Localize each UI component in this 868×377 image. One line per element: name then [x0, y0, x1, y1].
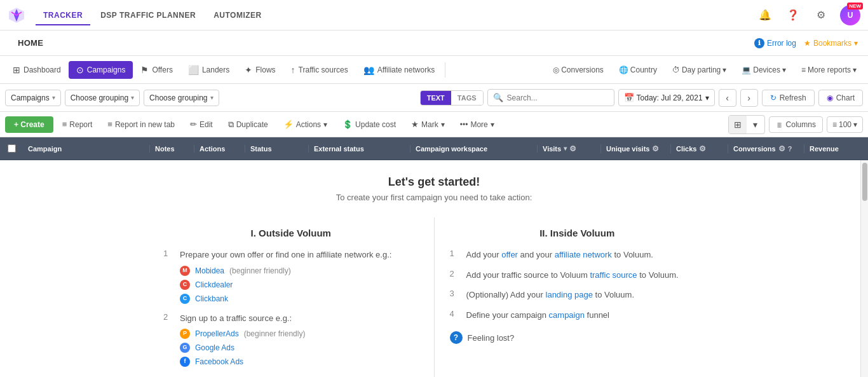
nav-automizer[interactable]: AUTOMIZER — [206, 6, 269, 25]
duplicate-button[interactable]: ⧉ Duplicate — [222, 116, 275, 133]
traffic-source-link[interactable]: traffic source — [590, 270, 637, 280]
th-workspace[interactable]: Campaign workspace — [410, 145, 538, 153]
search-input[interactable] — [507, 93, 609, 102]
sec-nav-flows[interactable]: ✦ Flows — [237, 61, 283, 79]
mark-button[interactable]: ★ Mark ▾ — [405, 116, 451, 132]
update-cost-icon: 💲 — [342, 120, 353, 129]
logo[interactable] — [8, 6, 25, 24]
clickbank-link[interactable]: Clickbank — [195, 293, 228, 305]
edit-button[interactable]: ✏ Edit — [184, 116, 219, 132]
landers-icon: ⬜ — [188, 65, 199, 75]
select-all-checkbox[interactable] — [0, 144, 23, 153]
nav-tracker[interactable]: TRACKER — [36, 6, 90, 25]
update-cost-button[interactable]: 💲 Update cost — [336, 116, 402, 132]
text-button[interactable]: TEXT — [421, 91, 451, 105]
campaigns-select-label: Campaigns — [11, 93, 50, 102]
sec-nav-more-reports[interactable]: ≡ More reports ▾ — [795, 62, 863, 78]
settings-icon[interactable]: ⚙ — [812, 6, 830, 24]
date-chevron-icon: ▾ — [705, 93, 709, 102]
report-icon: ≡ — [62, 120, 67, 129]
chart-button[interactable]: ◉ Chart — [818, 90, 863, 106]
error-log-button[interactable]: ℹ Error log — [754, 38, 796, 48]
facebook-ads-link[interactable]: Facebook Ads — [195, 356, 243, 367]
th-clicks[interactable]: Clicks ⚙ — [671, 144, 728, 153]
more-label: More — [470, 120, 487, 129]
step-2-num: 2 — [163, 312, 173, 368]
sec-nav-affiliate-networks[interactable]: 👥 Affiliate networks — [356, 61, 443, 79]
date-prev-button[interactable]: ‹ — [719, 89, 736, 107]
nav-divider — [445, 62, 445, 78]
columns-button[interactable]: ⫼ Columns — [769, 116, 823, 133]
edit-label: Edit — [200, 120, 213, 129]
grouping2-select[interactable]: Choose grouping ▾ — [65, 90, 140, 106]
th-revenue[interactable]: Revenue — [804, 145, 868, 153]
nav-dsp[interactable]: DSP TRAFFIC PLANNER — [93, 6, 203, 25]
clickdealer-link[interactable]: Clickdealer — [195, 279, 233, 291]
sec-nav-devices[interactable]: 💻 Devices ▾ — [735, 62, 792, 78]
th-unique-label: Unique visits — [606, 145, 649, 153]
home-tab[interactable]: HOME — [10, 33, 51, 53]
th-status[interactable]: Status — [245, 145, 309, 153]
landing-page-link[interactable]: landing page — [546, 290, 593, 299]
avatar-initials: U — [848, 11, 853, 20]
refresh-button[interactable]: ↻ Refresh — [762, 90, 815, 106]
unique-settings-icon[interactable]: ⚙ — [652, 144, 659, 153]
th-actions[interactable]: Actions — [194, 145, 245, 153]
scrollbar[interactable] — [860, 160, 868, 377]
header-checkbox[interactable] — [8, 144, 16, 153]
th-notes[interactable]: Notes — [150, 145, 194, 153]
bookmarks-button[interactable]: ★ Bookmarks ▾ — [804, 39, 858, 48]
country-label: Country — [630, 65, 657, 74]
grouping3-label: Choose grouping — [149, 93, 207, 102]
sec-nav-traffic-sources[interactable]: ↑ Traffic sources — [283, 61, 356, 79]
campaigns-select[interactable]: Campaigns ▾ — [5, 90, 61, 106]
actions-icon: ⚡ — [283, 120, 294, 129]
notifications-icon[interactable]: 🔔 — [756, 6, 774, 24]
th-unique-visits[interactable]: Unique visits ⚙ — [601, 144, 671, 153]
th-visits[interactable]: Visits ▾ ⚙ — [538, 144, 601, 153]
conversions-settings-icon[interactable]: ⚙ — [778, 144, 785, 153]
grouping3-select[interactable]: Choose grouping ▾ — [144, 90, 219, 106]
th-campaign[interactable]: Campaign — [23, 145, 150, 153]
tags-button[interactable]: TAGS — [451, 91, 483, 105]
propeller-icon: P — [180, 329, 190, 339]
propeller-link[interactable]: PropellerAds — [195, 328, 239, 339]
search-box: 🔍 — [487, 89, 614, 106]
visits-settings-icon[interactable]: ⚙ — [569, 144, 576, 153]
affiliate-network-link[interactable]: affiliate network — [555, 250, 612, 259]
rows-select[interactable]: ≡ 100 ▾ — [827, 116, 863, 133]
sec-nav-day-parting[interactable]: ⏱ Day parting ▾ — [666, 62, 733, 78]
th-ext-status[interactable]: External status — [309, 145, 410, 153]
mobidea-link[interactable]: Mobidea — [195, 265, 224, 277]
google-ads-link[interactable]: Google Ads — [195, 342, 234, 353]
report-new-tab-button[interactable]: ≡ Report in new tab — [101, 116, 181, 132]
th-conversions-label: Conversions — [733, 145, 776, 153]
conversions-help-icon[interactable]: ? — [788, 145, 792, 153]
sec-nav-conversions[interactable]: ◎ Conversions — [546, 62, 610, 78]
sec-nav-dashboard[interactable]: ⊞ Dashboard — [5, 61, 69, 79]
home-bar: HOME ℹ Error log ★ Bookmarks ▾ — [0, 31, 868, 56]
sec-nav-country[interactable]: 🌐 Country — [613, 62, 663, 78]
th-conversions[interactable]: Conversions ⚙ ? — [728, 144, 804, 153]
sec-nav-landers-label: Landers — [202, 65, 229, 74]
sec-nav-landers[interactable]: ⬜ Landers — [180, 61, 237, 79]
sec-nav-offers[interactable]: ⚑ Offers — [133, 61, 180, 79]
clicks-settings-icon[interactable]: ⚙ — [699, 144, 706, 153]
more-reports-icon: ≡ — [801, 65, 806, 74]
avatar[interactable]: U NEW — [840, 5, 860, 25]
grid-view-button[interactable]: ⊞ — [729, 116, 747, 134]
scrollbar-thumb[interactable] — [862, 163, 867, 201]
list-view-button[interactable]: ▾ — [747, 116, 764, 134]
actions-button[interactable]: ⚡ Actions ▾ — [277, 116, 334, 132]
campaign-funnel-link[interactable]: campaign — [549, 310, 585, 320]
help-icon[interactable]: ❓ — [784, 6, 802, 24]
date-picker[interactable]: 📅 Today: Jul 29, 2021 ▾ — [618, 89, 715, 106]
create-button[interactable]: + Create — [5, 116, 53, 133]
sec-nav-campaigns[interactable]: ⊙ Campaigns — [69, 61, 133, 79]
report-button[interactable]: ≡ Report — [56, 116, 99, 132]
more-button[interactable]: ••• More ▾ — [454, 117, 501, 132]
devices-label: Devices — [753, 65, 780, 74]
th-visits-label: Visits — [543, 145, 561, 153]
offer-link[interactable]: offer — [501, 250, 518, 259]
date-next-button[interactable]: › — [740, 89, 758, 107]
